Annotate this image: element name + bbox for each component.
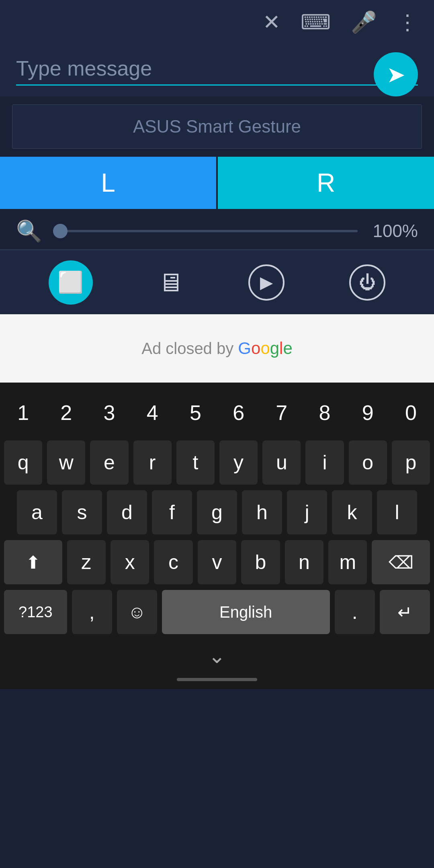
key-x[interactable]: x	[111, 540, 149, 584]
key-m[interactable]: m	[328, 540, 367, 584]
key-8[interactable]: 8	[305, 391, 344, 435]
top-bar: ✕ ⌨ 🎤 ⋮	[0, 0, 434, 44]
period-key[interactable]: .	[335, 590, 375, 634]
smart-gesture-container: ASUS Smart Gesture	[12, 104, 422, 149]
keyboard: 1 2 3 4 5 6 7 8 9 0 q w e r t y u i o p …	[0, 383, 434, 689]
ad-banner: Ad closed by Google	[0, 314, 434, 383]
key-h[interactable]: h	[242, 490, 282, 534]
enter-key[interactable]: ↵	[380, 590, 430, 634]
hide-keyboard-button[interactable]: ⌄	[4, 640, 430, 670]
zoom-row: 🔍 100%	[0, 213, 434, 249]
more-icon[interactable]: ⋮	[397, 10, 418, 34]
send-button[interactable]: ➤	[374, 52, 418, 96]
backspace-key[interactable]: ⌫	[372, 540, 430, 584]
mic-icon[interactable]: 🎤	[351, 10, 377, 35]
zoom-slider[interactable]	[54, 230, 358, 232]
key-c[interactable]: c	[154, 540, 192, 584]
touchpad-button[interactable]: ⬜	[49, 260, 93, 305]
key-s[interactable]: s	[62, 490, 102, 534]
zoom-percent: 100%	[370, 221, 418, 241]
key-o[interactable]: o	[349, 440, 387, 485]
home-indicator-bar	[4, 670, 430, 685]
key-4[interactable]: 4	[133, 391, 172, 435]
bottom-row: ?123 , ☺ English . ↵	[4, 590, 430, 634]
play-button[interactable]: ▶	[248, 264, 285, 301]
key-v[interactable]: v	[198, 540, 236, 584]
key-2[interactable]: 2	[47, 391, 85, 435]
message-underline	[16, 84, 418, 86]
ad-text: Ad closed by Google	[141, 339, 293, 358]
key-r[interactable]: r	[133, 440, 172, 485]
key-k[interactable]: k	[332, 490, 372, 534]
symbols-key[interactable]: ?123	[4, 590, 67, 634]
asdf-row: a s d f g h j k l	[4, 490, 430, 534]
close-icon[interactable]: ✕	[263, 10, 280, 34]
key-a[interactable]: a	[17, 490, 57, 534]
l-label: L	[101, 168, 115, 198]
emoji-key[interactable]: ☺	[117, 590, 157, 634]
r-button[interactable]: R	[218, 157, 434, 209]
key-l[interactable]: l	[377, 490, 417, 534]
l-button[interactable]: L	[0, 157, 216, 209]
zoom-slider-fill	[54, 230, 358, 232]
power-icon: ⏻	[359, 273, 376, 292]
key-z[interactable]: z	[67, 540, 106, 584]
touchpad-icon: ⬜	[57, 270, 84, 295]
key-i[interactable]: i	[305, 440, 344, 485]
home-indicator	[177, 678, 257, 681]
keyboard-icon[interactable]: ⌨	[301, 10, 331, 34]
key-y[interactable]: y	[219, 440, 258, 485]
message-area: Type message ➤	[0, 44, 434, 96]
smart-gesture-label: ASUS Smart Gesture	[133, 117, 301, 137]
zoom-icon: 🔍	[16, 219, 42, 244]
key-w[interactable]: w	[47, 440, 85, 485]
key-0[interactable]: 0	[392, 391, 430, 435]
zoom-slider-thumb[interactable]	[53, 224, 68, 238]
shift-key[interactable]: ⬆	[4, 540, 62, 584]
key-f[interactable]: f	[152, 490, 192, 534]
lr-buttons: L R	[0, 157, 434, 209]
send-icon: ➤	[387, 61, 405, 88]
power-button[interactable]: ⏻	[349, 264, 385, 301]
presentation-icon: 🖥	[158, 268, 183, 297]
key-q[interactable]: q	[4, 440, 42, 485]
r-label: R	[317, 168, 335, 198]
qwerty-row: q w e r t y u i o p	[4, 440, 430, 485]
play-icon: ▶	[260, 272, 273, 292]
google-label: Google	[238, 339, 292, 358]
key-d[interactable]: d	[107, 490, 147, 534]
key-p[interactable]: p	[392, 440, 430, 485]
key-b[interactable]: b	[241, 540, 280, 584]
touchpad-circle: ⬜	[49, 260, 93, 305]
zxcv-row: ⬆ z x c v b n m ⌫	[4, 540, 430, 584]
key-u[interactable]: u	[262, 440, 301, 485]
key-t[interactable]: t	[176, 440, 215, 485]
key-g[interactable]: g	[197, 490, 237, 534]
comma-key[interactable]: ,	[72, 590, 112, 634]
message-placeholder[interactable]: Type message	[16, 57, 152, 80]
key-j[interactable]: j	[287, 490, 327, 534]
key-7[interactable]: 7	[262, 391, 301, 435]
key-1[interactable]: 1	[4, 391, 42, 435]
key-6[interactable]: 6	[219, 391, 258, 435]
number-row: 1 2 3 4 5 6 7 8 9 0	[4, 391, 430, 435]
space-key[interactable]: English	[162, 590, 330, 634]
key-5[interactable]: 5	[176, 391, 215, 435]
tool-row: ⬜ 🖥 ▶ ⏻	[0, 250, 434, 314]
key-n[interactable]: n	[285, 540, 323, 584]
key-9[interactable]: 9	[349, 391, 387, 435]
key-3[interactable]: 3	[90, 391, 128, 435]
key-e[interactable]: e	[90, 440, 128, 485]
presentation-button[interactable]: 🖥	[158, 268, 183, 297]
